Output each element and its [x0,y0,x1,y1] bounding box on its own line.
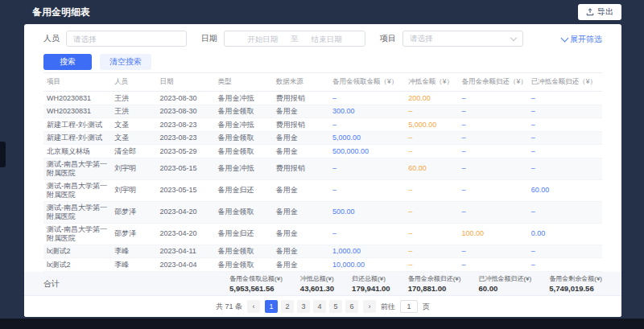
table-row[interactable]: WH20230831王洪2023-08-30备用金领取备用金300.00––– [43,105,602,118]
chevron-down-icon [510,35,517,41]
cell-type: 备用金冲抵 [215,158,273,179]
summary-group-value: 179,941.00 [352,284,390,293]
table-body: WH20230831王洪2023-08-30备用金冲抵费用报销–200.00––… [43,92,602,273]
cell-balance-return: – [458,179,527,201]
cell-source: 备用金 [273,223,329,245]
summary-group-label: 备用金领取总额(¥) [229,274,283,283]
cell-offset-return: – [528,131,602,145]
table-row[interactable]: WH20230831王洪2023-08-30备用金冲抵费用报销–200.00–– [43,92,602,105]
col-header-project: 项目 [43,73,111,92]
cell-received-amount: 5,000.00 [329,131,405,145]
cell-type: 备用金归还 [215,223,273,245]
summary-group-label: 冲抵总额(¥) [300,274,334,283]
next-page-button[interactable]: › [363,300,376,313]
table-row[interactable]: 新建工程-刘-测试文圣2023-08-23备用金领取备用金5,000.00––– [43,131,602,145]
page-number-button[interactable]: 6 [345,300,358,313]
cell-project: 北京顺义林场 [43,145,111,158]
cell-balance-return: – [458,158,527,179]
table-row[interactable]: 测试-南昌大学第一附属医院邵梦泽2023-04-20备用金领取备用金500.00… [43,201,602,223]
cell-offset-amount: – [405,245,458,258]
table-row[interactable]: 测试-南昌大学第一附属医院刘宇明2023-05-15备用金归还备用金–––60.… [43,179,602,201]
cell-type: 备用金领取 [215,201,273,223]
date-start-input[interactable] [237,35,287,43]
page-number-button[interactable]: 5 [329,300,342,313]
col-header-source: 数据来源 [273,73,329,92]
cell-received-amount: – [329,92,405,105]
expand-filters-link[interactable]: 展开筛选 [562,34,602,45]
table-row[interactable]: lx测试2李峰2023-04-04备用金领取备用金10,000.00––– [43,258,602,272]
cell-offset-amount: 60.00 [405,158,458,179]
cell-received-amount: – [329,223,405,245]
summary-groups: 备用金领取总额(¥)5,953,561.56冲抵总额(¥)43,601.30归还… [229,274,602,293]
cell-offset-amount: – [405,258,458,272]
col-header-offset-return: 已冲抵金额归还（¥） [528,73,602,92]
project-select[interactable]: 请选择 [402,31,523,47]
bottom-taskbar [0,319,644,329]
cell-type: 备用金领取 [215,258,273,272]
cell-offset-amount: – [405,223,458,245]
cell-offset-amount: 200.00 [405,92,458,105]
cell-project: WH20230831 [43,92,111,105]
search-button[interactable]: 搜索 [43,54,92,70]
summary-group-label: 备用金余额归还(¥) [408,274,461,283]
cell-type: 备用金领取 [215,245,273,258]
cell-received-amount: 500.00 [329,201,405,223]
cell-date: 2023-05-15 [156,158,214,179]
export-button[interactable]: 导出 [578,4,621,20]
cell-balance-return: – [458,92,527,105]
cell-date: 2023-08-23 [156,131,214,145]
goto-page-input[interactable] [400,300,418,313]
cell-project: 测试-南昌大学第一附属医院 [43,158,111,179]
table-row[interactable]: 新建工程-刘-测试文圣2023-08-23备用金冲抵费用报销–5,000.00–… [43,118,602,132]
cell-source: 备用金 [273,201,329,223]
prev-page-button[interactable]: ‹ [247,300,260,313]
cell-project: 测试-南昌大学第一附属医院 [43,179,111,201]
page-number-button[interactable]: 1 [265,300,278,313]
clear-search-button[interactable]: 清空搜索 [100,54,151,70]
cell-project: WH20230831 [43,105,111,118]
summary-group: 归还总额(¥)179,941.00 [352,274,390,293]
cell-person: 清全郎 [111,145,156,158]
cell-source: 备用金 [273,131,329,145]
cell-offset-return: – [528,118,602,132]
summary-group-value: 60.00 [478,284,497,293]
cell-offset-amount: – [405,201,458,223]
summary-row: 合计 备用金领取总额(¥)5,953,561.56冲抵总额(¥)43,601.3… [24,272,621,296]
top-header: 备用金明细表 导出 [0,0,644,24]
cell-date: 2023-08-23 [156,118,214,132]
summary-group-label: 已冲抵金额归还(¥) [478,274,531,283]
table-row[interactable]: 北京顺义林场清全郎2023-05-29备用金领取备用金500,000.00––– [43,145,602,158]
summary-group-label: 归还总额(¥) [352,274,386,283]
cell-received-amount: 500,000.00 [329,145,405,158]
cell-person: 刘宇明 [111,158,156,179]
table-row[interactable]: 测试-南昌大学第一附属医院刘宇明2023-05-15备用金冲抵费用报销–60.0… [43,158,602,179]
page-number-button[interactable]: 3 [297,300,310,313]
cell-offset-return: – [528,258,602,272]
pagination-bar: 共 71 条 ‹ 123456 › 前往 页 [24,296,621,317]
col-header-balance-return: 备用金余额归还（¥） [458,73,527,92]
date-end-input[interactable] [302,35,352,43]
cell-offset-amount: – [405,145,458,158]
summary-group-value: 170,881.00 [408,284,447,293]
cell-source: 费用报销 [273,92,329,105]
col-header-person: 人员 [111,73,156,92]
page-number-button[interactable]: 2 [281,300,294,313]
table-row[interactable]: lx测试2李峰2023-04-11备用金领取备用金1,000.00––– [43,245,602,258]
page-number-button[interactable]: 4 [313,300,326,313]
table-header-row: 项目 人员 日期 类型 数据来源 备用金领取金额（¥） 冲抵金额（¥） 备用金余… [43,73,602,92]
cell-date: 2023-08-30 [156,105,214,118]
sidebar-collapse-handle[interactable] [0,142,6,167]
person-select-input[interactable] [66,31,187,47]
cell-balance-return: – [458,105,527,118]
cell-offset-amount: – [405,105,458,118]
summary-group-label: 备用金剩余金额(¥) [549,274,602,283]
date-range-picker[interactable]: 至 [224,31,365,47]
cell-offset-amount: – [405,179,458,201]
goto-page-suffix: 页 [423,302,430,312]
cell-person: 邵梦泽 [111,201,156,223]
project-filter: 项目 请选择 [380,31,523,47]
date-filter-label: 日期 [201,33,217,44]
cell-date: 2023-04-11 [156,245,214,258]
cell-date: 2023-05-29 [156,145,214,158]
table-row[interactable]: 测试-南昌大学第一附属医院邵梦泽2023-04-20备用金归还备用金––100.… [43,223,602,245]
